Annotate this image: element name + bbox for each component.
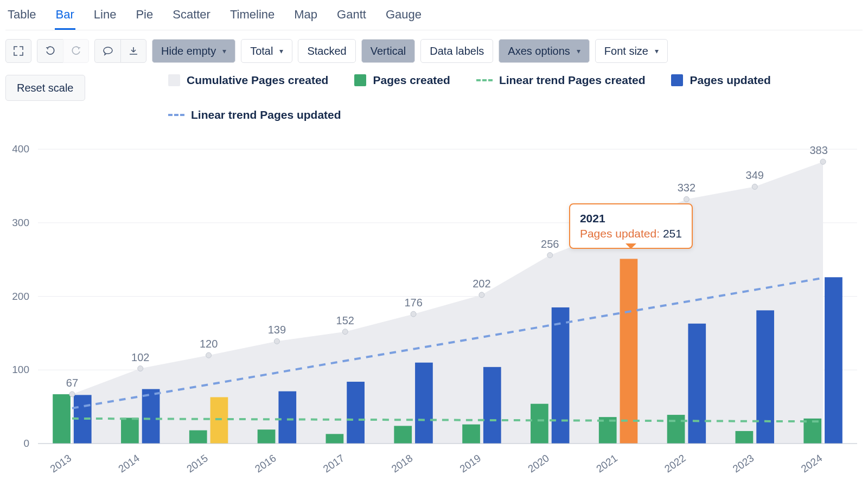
chart-toolbar: Hide empty▾ Total▾ Stacked Vertical Data… bbox=[5, 30, 863, 69]
data-labels-button[interactable]: Data labels bbox=[420, 39, 493, 63]
svg-point-30 bbox=[752, 184, 757, 189]
svg-text:400: 400 bbox=[12, 143, 29, 155]
bar-updated[interactable] bbox=[688, 324, 706, 444]
svg-text:2019: 2019 bbox=[458, 452, 483, 474]
tab-scatter[interactable]: Scatter bbox=[171, 5, 212, 30]
svg-text:2017: 2017 bbox=[321, 452, 347, 474]
chevron-down-icon: ▾ bbox=[577, 47, 580, 55]
svg-text:2022: 2022 bbox=[662, 452, 688, 474]
svg-text:176: 176 bbox=[404, 297, 422, 309]
svg-point-14 bbox=[206, 352, 212, 358]
chevron-down-icon: ▾ bbox=[279, 47, 283, 55]
svg-text:102: 102 bbox=[131, 351, 149, 363]
tab-map[interactable]: Map bbox=[293, 5, 318, 30]
bar-created[interactable] bbox=[667, 415, 685, 444]
bar-created[interactable] bbox=[258, 429, 276, 444]
svg-text:152: 152 bbox=[336, 314, 354, 326]
fullscreen-icon[interactable] bbox=[5, 39, 31, 63]
svg-point-12 bbox=[138, 366, 143, 371]
download-icon[interactable] bbox=[120, 39, 146, 63]
bar-created[interactable] bbox=[736, 431, 754, 444]
chart-area[interactable]: 0100200300400671021201391521762022562923… bbox=[5, 129, 863, 478]
legend-pages-created[interactable]: Pages created bbox=[354, 74, 450, 87]
bar-created[interactable] bbox=[53, 394, 71, 444]
total-select[interactable]: Total▾ bbox=[241, 39, 292, 63]
vertical-button[interactable]: Vertical bbox=[361, 39, 416, 63]
tab-timeline[interactable]: Timeline bbox=[229, 5, 276, 30]
redo-icon bbox=[63, 39, 89, 63]
svg-text:383: 383 bbox=[809, 144, 827, 156]
bar-created[interactable] bbox=[121, 418, 139, 444]
svg-text:100: 100 bbox=[12, 364, 29, 375]
bar-updated[interactable] bbox=[347, 382, 365, 444]
svg-text:300: 300 bbox=[12, 217, 29, 228]
svg-text:202: 202 bbox=[473, 278, 490, 290]
tab-line[interactable]: Line bbox=[93, 5, 118, 30]
chevron-down-icon: ▾ bbox=[222, 47, 226, 55]
bar-created[interactable] bbox=[531, 404, 548, 444]
tab-bar[interactable]: Bar bbox=[55, 5, 75, 30]
undo-icon[interactable] bbox=[37, 39, 63, 63]
tab-gantt[interactable]: Gantt bbox=[336, 5, 367, 30]
undo-redo-group bbox=[37, 39, 89, 63]
svg-text:349: 349 bbox=[746, 169, 764, 181]
svg-point-22 bbox=[479, 292, 484, 298]
bar-updated[interactable] bbox=[620, 259, 638, 444]
svg-point-10 bbox=[69, 391, 75, 397]
svg-text:2018: 2018 bbox=[390, 452, 415, 474]
comment-icon[interactable] bbox=[94, 39, 120, 63]
svg-point-32 bbox=[820, 159, 826, 164]
tab-gauge[interactable]: Gauge bbox=[385, 5, 423, 30]
svg-text:256: 256 bbox=[541, 238, 559, 250]
svg-text:2023: 2023 bbox=[731, 452, 756, 474]
hide-empty-select[interactable]: Hide empty▾ bbox=[152, 39, 235, 63]
svg-text:0: 0 bbox=[23, 438, 29, 449]
svg-point-18 bbox=[342, 329, 348, 335]
tab-pie[interactable]: Pie bbox=[135, 5, 154, 30]
svg-text:2014: 2014 bbox=[116, 452, 142, 475]
bar-created[interactable] bbox=[462, 425, 480, 444]
stacked-button[interactable]: Stacked bbox=[298, 39, 355, 63]
bar-created[interactable] bbox=[189, 431, 207, 444]
chart-tooltip: 2021 Pages updated: 251 bbox=[569, 203, 693, 249]
svg-text:2015: 2015 bbox=[184, 452, 210, 474]
axes-options-select[interactable]: Axes options▾ bbox=[499, 39, 590, 63]
svg-text:2013: 2013 bbox=[48, 452, 74, 474]
chevron-down-icon: ▾ bbox=[655, 47, 659, 55]
svg-text:2016: 2016 bbox=[253, 452, 278, 474]
svg-text:200: 200 bbox=[12, 291, 29, 302]
chart-type-tabs: TableBarLinePieScatterTimelineMapGanttGa… bbox=[5, 0, 863, 30]
svg-text:2021: 2021 bbox=[594, 452, 620, 474]
reset-scale-button[interactable]: Reset scale bbox=[5, 75, 85, 101]
legend-trend-created[interactable]: Linear trend Pages created bbox=[476, 74, 646, 87]
svg-text:67: 67 bbox=[66, 377, 78, 389]
svg-point-16 bbox=[274, 338, 279, 344]
svg-text:2024: 2024 bbox=[799, 452, 825, 475]
chart-legend: Cumulative Pages created Pages created L… bbox=[5, 69, 863, 124]
bar-updated[interactable] bbox=[552, 307, 570, 444]
bar-updated[interactable] bbox=[210, 397, 228, 444]
svg-point-20 bbox=[411, 311, 416, 317]
legend-cumulative[interactable]: Cumulative Pages created bbox=[168, 74, 328, 87]
bar-updated[interactable] bbox=[142, 389, 160, 444]
legend-trend-updated[interactable]: Linear trend Pages updated bbox=[168, 108, 341, 121]
svg-text:2020: 2020 bbox=[526, 452, 551, 474]
svg-point-28 bbox=[684, 196, 689, 202]
bar-updated[interactable] bbox=[278, 391, 296, 444]
svg-point-24 bbox=[547, 253, 553, 258]
bar-created[interactable] bbox=[326, 434, 344, 444]
svg-text:139: 139 bbox=[268, 324, 286, 336]
annotate-download-group bbox=[94, 39, 146, 63]
bar-updated[interactable] bbox=[415, 363, 433, 444]
svg-text:332: 332 bbox=[678, 182, 695, 194]
svg-text:120: 120 bbox=[200, 338, 218, 350]
legend-pages-updated[interactable]: Pages updated bbox=[671, 74, 770, 87]
bar-updated[interactable] bbox=[756, 310, 774, 444]
bar-updated[interactable] bbox=[483, 367, 501, 444]
tab-table[interactable]: Table bbox=[7, 5, 37, 30]
font-size-select[interactable]: Font size▾ bbox=[595, 39, 668, 63]
bar-created[interactable] bbox=[394, 426, 412, 444]
bar-updated[interactable] bbox=[825, 277, 843, 444]
